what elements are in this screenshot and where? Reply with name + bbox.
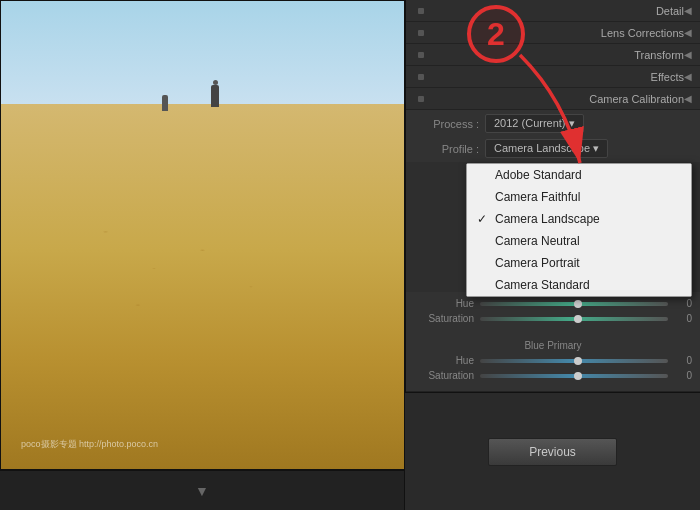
section-bullet (418, 30, 424, 36)
saturation-label: Saturation (414, 313, 474, 324)
section-transform[interactable]: Transform ◀ (406, 44, 700, 66)
scroll-right-icon-4: ◀ (684, 71, 692, 82)
right-panel: Detail ◀ Lens Corrections ◀ Transform ◀ … (405, 0, 700, 392)
profile-dropdown-menu: Adobe Standard Camera Faithful Camera La… (466, 163, 692, 297)
dropdown-item-adobe-standard[interactable]: Adobe Standard (467, 164, 691, 186)
beach-photo: poco摄影专题 http://photo.poco.cn (1, 1, 404, 469)
blue-hue-value: 0 (674, 355, 692, 366)
section-lens[interactable]: Lens Corrections ◀ (406, 22, 700, 44)
blue-primary-sliders: Blue Primary Hue 0 Saturation 0 (406, 334, 700, 391)
right-bottom-bar: Previous (405, 392, 700, 510)
dropdown-item-camera-standard[interactable]: Camera Standard (467, 274, 691, 296)
saturation-value: 0 (674, 313, 692, 324)
hue-value: 0 (674, 298, 692, 309)
previous-button[interactable]: Previous (488, 438, 617, 466)
saturation-slider-thumb[interactable] (574, 315, 582, 323)
photo-panel: poco摄影专题 http://photo.poco.cn (0, 0, 405, 470)
process-row: Process : 2012 (Current) ▾ (406, 110, 700, 137)
hue-slider-thumb[interactable] (574, 300, 582, 308)
section-bullet-2 (418, 52, 424, 58)
hue-slider-track[interactable] (480, 302, 668, 306)
calibration-title: Camera Calibration (428, 93, 684, 105)
section-bullet-4 (418, 96, 424, 102)
chevron-down-icon[interactable]: ▼ (195, 483, 209, 499)
section-detail-label: Detail (428, 5, 684, 17)
blue-primary-label: Blue Primary (414, 340, 692, 351)
blue-sat-value: 0 (674, 370, 692, 381)
hue-slider-row: Hue 0 (414, 298, 692, 309)
dropdown-item-camera-neutral[interactable]: Camera Neutral (467, 230, 691, 252)
panel-sections: Detail ◀ Lens Corrections ◀ Transform ◀ … (406, 0, 700, 88)
section-bullet-3 (418, 74, 424, 80)
blue-hue-slider-thumb[interactable] (574, 357, 582, 365)
hue-saturation-sliders: Hue 0 Saturation 0 (406, 292, 700, 334)
calibration-section: Camera Calibration ◀ Process : 2012 (Cur… (406, 88, 700, 392)
saturation-slider-row: Saturation 0 (414, 313, 692, 324)
sky (1, 1, 404, 104)
scroll-right-icon-5: ◀ (684, 93, 692, 104)
photo-bottom-bar: ▼ (0, 470, 405, 510)
section-bullet (418, 8, 424, 14)
blue-hue-slider-track[interactable] (480, 359, 668, 363)
profile-dropdown[interactable]: Camera Landscape ▾ (485, 139, 608, 158)
figure-person-2 (162, 95, 168, 111)
scroll-right-icon-3: ◀ (684, 49, 692, 60)
scroll-right-icon-2: ◀ (684, 27, 692, 38)
blue-sat-label: Saturation (414, 370, 474, 381)
dropdown-item-camera-landscape[interactable]: Camera Landscape (467, 208, 691, 230)
section-effects[interactable]: Effects ◀ (406, 66, 700, 88)
dropdown-item-camera-faithful[interactable]: Camera Faithful (467, 186, 691, 208)
process-label: Process : (414, 118, 479, 130)
blue-sat-slider-track[interactable] (480, 374, 668, 378)
hue-label: Hue (414, 298, 474, 309)
section-transform-label: Transform (428, 49, 684, 61)
dropdown-item-camera-portrait[interactable]: Camera Portrait (467, 252, 691, 274)
section-detail[interactable]: Detail ◀ (406, 0, 700, 22)
section-effects-label: Effects (428, 71, 684, 83)
profile-row: Profile : Camera Landscape ▾ Adobe Stand… (406, 137, 700, 162)
scroll-right-icon: ◀ (684, 5, 692, 16)
annotation-circle-2: 2 (467, 5, 525, 63)
annotation-number: 2 (487, 16, 505, 53)
process-dropdown[interactable]: 2012 (Current) ▾ (485, 114, 584, 133)
calibration-header[interactable]: Camera Calibration ◀ (406, 88, 700, 110)
sand (1, 104, 404, 469)
profile-label: Profile : (414, 143, 479, 155)
figure-person-1 (211, 85, 219, 107)
sand-texture (41, 177, 363, 360)
blue-hue-slider-row: Hue 0 (414, 355, 692, 366)
blue-sat-slider-thumb[interactable] (574, 372, 582, 380)
watermark: poco摄影专题 http://photo.poco.cn (21, 438, 158, 451)
blue-saturation-slider-row: Saturation 0 (414, 370, 692, 381)
saturation-slider-track[interactable] (480, 317, 668, 321)
blue-hue-label: Hue (414, 355, 474, 366)
